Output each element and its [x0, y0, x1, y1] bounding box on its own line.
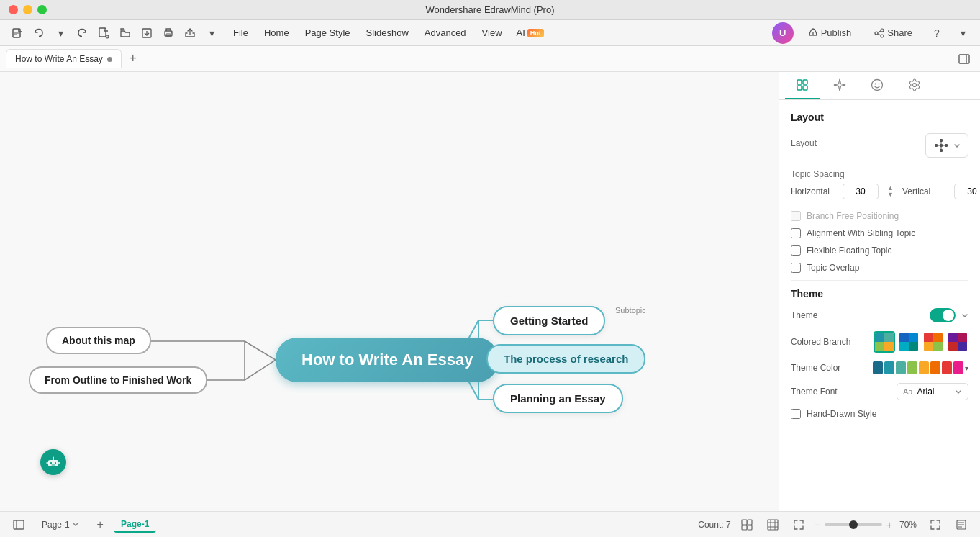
page-label: Page-1 — [35, 518, 86, 532]
open-button[interactable] — [115, 23, 135, 43]
swatch-5[interactable] — [919, 361, 929, 374]
panel-tab-settings[interactable] — [897, 72, 932, 99]
svg-rect-48 — [748, 525, 752, 530]
left-node-1[interactable]: About this map — [46, 327, 151, 354]
right-node-3-label: Planning an Essay — [510, 392, 606, 405]
alignment-checkbox[interactable] — [791, 228, 801, 238]
swatch-4[interactable] — [907, 361, 917, 374]
subtopic-label: Subtopic — [615, 306, 646, 315]
print-button[interactable] — [158, 23, 178, 43]
zoom-slider[interactable] — [825, 523, 882, 526]
minimize-button[interactable] — [23, 5, 32, 14]
sidebar-toggle-bottom[interactable] — [9, 515, 29, 535]
cb-option-4[interactable] — [947, 331, 968, 353]
close-button[interactable] — [9, 5, 18, 14]
new-doc-button[interactable] — [94, 23, 114, 43]
theme-toggle[interactable] — [930, 308, 956, 322]
fullscreen-icon — [930, 519, 941, 531]
maximize-button[interactable] — [37, 5, 47, 14]
right-node-1-label: Getting Started — [510, 315, 588, 327]
tabbar: How to Write An Essay + — [0, 46, 980, 72]
vertical-input[interactable] — [954, 184, 980, 199]
branch-free-row: Branch Free Positioning — [791, 211, 968, 221]
home-menu[interactable]: Home — [257, 24, 296, 41]
file-menu[interactable]: File — [226, 24, 255, 41]
svg-rect-35 — [940, 139, 943, 142]
publish-label: Publish — [821, 27, 852, 38]
svg-rect-29 — [797, 86, 802, 90]
canvas[interactable]: How to Write An Essay About this map Fro… — [0, 72, 779, 511]
svg-rect-37 — [940, 149, 943, 152]
publish-button[interactable]: Publish — [799, 24, 861, 42]
export-button[interactable] — [137, 23, 157, 43]
grid-view-button[interactable] — [763, 515, 783, 535]
theme-toggle-row: Theme — [791, 308, 968, 322]
horizontal-down[interactable]: ▼ — [887, 191, 894, 198]
share-button[interactable]: Share — [866, 24, 921, 42]
flexible-checkbox[interactable] — [791, 245, 801, 256]
view-menu[interactable]: View — [475, 24, 509, 41]
horizontal-input[interactable] — [843, 184, 879, 199]
font-selector[interactable]: Aa Arial — [897, 383, 968, 400]
flexible-row: Flexible Floating Topic — [791, 245, 968, 256]
page-style-menu[interactable]: Page Style — [298, 24, 358, 41]
help-button[interactable]: ? — [927, 23, 947, 43]
panel-toggle-button[interactable] — [954, 49, 974, 69]
bot-icon[interactable] — [40, 449, 66, 475]
central-node[interactable]: How to Write An Essay — [276, 338, 499, 382]
panel-tab-emoji[interactable] — [860, 72, 894, 99]
cb-option-1[interactable] — [874, 331, 895, 353]
ai-menu[interactable]: AI Hot — [511, 25, 550, 40]
more-options[interactable]: ▾ — [201, 23, 222, 43]
fit-screen-button[interactable] — [789, 515, 809, 535]
add-tab-button[interactable]: + — [124, 50, 142, 68]
colored-branch-label: Colored Branch — [791, 337, 850, 347]
swatch-6[interactable] — [930, 361, 940, 374]
layout-dropdown[interactable] — [925, 133, 968, 158]
swatch-3[interactable] — [896, 361, 906, 374]
overlap-checkbox[interactable] — [791, 263, 801, 273]
panel-tab-sparkle[interactable] — [822, 72, 857, 99]
swatch-1[interactable] — [873, 361, 883, 374]
current-tab[interactable]: How to Write An Essay — [6, 49, 122, 68]
svg-point-7 — [881, 29, 884, 32]
cb-option-3[interactable] — [922, 331, 944, 353]
right-node-2[interactable]: The process of research — [486, 344, 645, 374]
undo-dropdown[interactable]: ▾ — [50, 23, 71, 43]
svg-rect-10 — [959, 55, 969, 63]
right-node-3[interactable]: Planning an Essay — [493, 384, 623, 413]
swatch-dropdown-chevron[interactable]: ▾ — [965, 364, 968, 372]
slideshow-menu[interactable]: Slideshow — [359, 24, 416, 41]
share-icon-button[interactable] — [180, 23, 200, 43]
zoom-minus[interactable]: − — [815, 519, 820, 531]
swatch-7[interactable] — [942, 361, 952, 374]
swatch-2[interactable] — [884, 361, 894, 374]
cb-option-2[interactable] — [898, 331, 920, 353]
more-menu[interactable]: ▾ — [953, 23, 973, 43]
outline-view-button[interactable] — [737, 515, 757, 535]
swatch-8[interactable] — [953, 361, 963, 374]
horizontal-spinner[interactable]: ▲ ▼ — [887, 185, 894, 198]
zoom-value[interactable]: 70% — [897, 520, 920, 530]
zoom-plus[interactable]: + — [886, 519, 892, 531]
avatar[interactable]: U — [772, 22, 794, 44]
add-page-button[interactable]: + — [92, 517, 108, 533]
panel-content: Layout Layout — [779, 100, 980, 511]
active-page-tab[interactable]: Page-1 — [114, 517, 156, 533]
notes-button[interactable] — [951, 515, 971, 535]
ai-label: AI — [517, 27, 525, 38]
layout-selector: Layout — [791, 133, 968, 158]
theme-dropdown-chevron[interactable] — [961, 312, 968, 319]
undo-button[interactable] — [29, 23, 49, 43]
redo-button[interactable] — [72, 23, 92, 43]
outline-icon — [741, 519, 753, 531]
page-label-chevron[interactable] — [72, 520, 79, 528]
advanced-menu[interactable]: Advanced — [417, 24, 473, 41]
hand-drawn-checkbox[interactable] — [791, 409, 801, 419]
branch-free-checkbox[interactable] — [791, 211, 801, 221]
right-node-1[interactable]: Getting Started — [493, 306, 605, 335]
left-node-2[interactable]: From Outline to Finished Work — [29, 366, 207, 394]
fullscreen-button[interactable] — [925, 515, 945, 535]
file-menu-icon[interactable] — [7, 23, 27, 43]
panel-tab-layout[interactable] — [785, 72, 820, 99]
